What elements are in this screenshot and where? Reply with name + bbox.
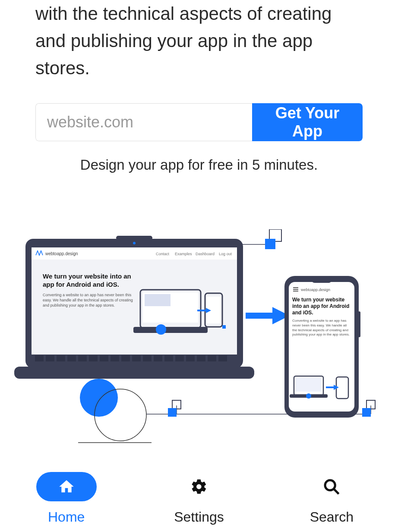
nav-home[interactable]: Home <box>0 472 133 525</box>
svg-rect-19 <box>35 355 44 361</box>
hero-intro-text: with the technical aspects of creating a… <box>35 0 363 82</box>
svg-rect-46 <box>358 311 360 337</box>
svg-rect-15 <box>222 325 226 329</box>
svg-rect-24 <box>89 355 98 361</box>
svg-point-64 <box>325 480 335 490</box>
hero-subline: Design your app for free in 5 minutes. <box>35 157 363 173</box>
svg-rect-37 <box>14 367 254 379</box>
svg-rect-22 <box>67 355 76 361</box>
svg-rect-30 <box>154 355 162 361</box>
illustration-phone-body: Converting a website to an app has never… <box>292 319 351 337</box>
nav-home-label: Home <box>48 509 85 525</box>
nav-search-label: Search <box>310 509 354 525</box>
svg-rect-35 <box>208 355 216 361</box>
search-icon <box>323 478 340 495</box>
svg-rect-2 <box>265 239 275 249</box>
hero-illustration: webtoapp.design Contact Examples Dashboa… <box>0 229 398 445</box>
illustration-menu-2: Dashboard <box>196 252 215 256</box>
illustration-brand: webtoapp.design <box>45 251 78 256</box>
nav-settings[interactable]: Settings <box>133 472 265 525</box>
illustration-menu-3: Log out <box>219 252 232 256</box>
bottom-nav: Home Settings Search <box>0 465 398 532</box>
svg-point-12 <box>156 324 166 335</box>
gear-icon <box>190 478 208 495</box>
illustration-menu-1: Examples <box>175 252 192 256</box>
website-url-input[interactable] <box>35 103 252 141</box>
svg-point-5 <box>133 242 136 244</box>
svg-rect-45 <box>311 276 332 283</box>
svg-rect-20 <box>46 355 54 361</box>
svg-rect-23 <box>78 355 87 361</box>
illustration-body: Converting a website to an app has never… <box>43 292 133 308</box>
svg-rect-29 <box>143 355 152 361</box>
svg-rect-21 <box>57 355 65 361</box>
illustration-phone-brand: webtoapp.design <box>300 288 330 292</box>
svg-rect-34 <box>197 355 205 361</box>
home-icon <box>58 478 75 495</box>
svg-rect-51 <box>296 378 322 392</box>
svg-rect-27 <box>121 355 130 361</box>
get-your-app-button[interactable]: Get Your App <box>252 103 363 141</box>
svg-point-53 <box>306 393 311 399</box>
nav-settings-label: Settings <box>174 509 224 525</box>
illustration-phone-headline: We turn your website into an app for And… <box>292 297 351 316</box>
svg-rect-32 <box>175 355 184 361</box>
svg-rect-47 <box>293 287 298 288</box>
svg-rect-33 <box>186 355 195 361</box>
svg-rect-25 <box>100 355 108 361</box>
cta-row: Get Your App <box>35 103 363 141</box>
svg-rect-36 <box>218 355 227 361</box>
illustration-headline: We turn your website into an app for And… <box>43 272 133 289</box>
svg-rect-26 <box>111 355 119 361</box>
svg-rect-28 <box>132 355 141 361</box>
nav-search[interactable]: Search <box>265 472 398 525</box>
svg-rect-10 <box>145 294 171 306</box>
svg-rect-49 <box>293 291 298 291</box>
svg-rect-63 <box>362 408 371 417</box>
illustration-menu-0: Contact <box>156 252 170 256</box>
svg-point-38 <box>80 379 118 417</box>
svg-rect-60 <box>168 408 177 417</box>
svg-rect-48 <box>293 289 298 290</box>
svg-rect-11 <box>133 327 208 333</box>
svg-rect-31 <box>164 355 173 361</box>
svg-line-65 <box>334 489 339 494</box>
svg-rect-4 <box>116 236 152 240</box>
